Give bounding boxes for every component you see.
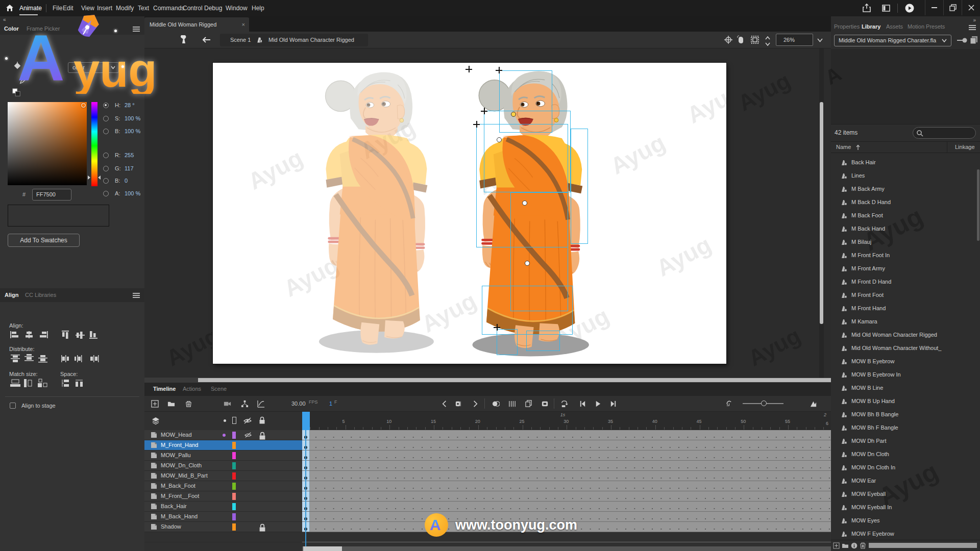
layer-frames-MOW_Mid_B_Part[interactable] bbox=[302, 471, 831, 481]
zoom-level-input[interactable]: 26% bbox=[776, 34, 813, 46]
menu-animate[interactable]: Animate bbox=[19, 5, 42, 12]
collapse-left-icon[interactable]: « bbox=[3, 17, 6, 22]
layer-parenting-icon[interactable] bbox=[239, 398, 250, 409]
rotate-hand-icon[interactable] bbox=[737, 35, 745, 44]
distribute-horizontal-center-icon[interactable] bbox=[75, 354, 86, 363]
menu-control[interactable]: Control bbox=[183, 5, 203, 12]
layer-name[interactable]: M_Front__Foot bbox=[161, 493, 199, 499]
space-vertical-icon[interactable] bbox=[61, 379, 72, 388]
space-horizontal-icon[interactable] bbox=[75, 379, 86, 388]
menu-file[interactable]: File bbox=[53, 5, 62, 12]
layer-color-chip[interactable] bbox=[232, 503, 236, 510]
library-item[interactable]: MOW Dh Part bbox=[831, 435, 980, 448]
clip-content-icon[interactable] bbox=[751, 36, 759, 44]
layer-color-chip[interactable] bbox=[232, 493, 236, 500]
color-panel-menu-icon[interactable] bbox=[133, 27, 140, 32]
layer-row-MOW_Mid_B_Part[interactable]: MOW_Mid_B_Part bbox=[144, 471, 302, 481]
library-item[interactable]: MOW Eyeball bbox=[831, 488, 980, 501]
collapse-right-icon[interactable]: » bbox=[973, 17, 976, 23]
hue-slider[interactable] bbox=[91, 102, 97, 186]
library-item[interactable]: M Front Army bbox=[831, 262, 980, 276]
library-item-name[interactable]: M Back Hand bbox=[851, 226, 885, 232]
layer-color-chip[interactable] bbox=[232, 483, 236, 490]
layer-row-Shadow[interactable]: Shadow bbox=[144, 522, 302, 532]
library-item-name[interactable]: MOW B Up Hand bbox=[851, 398, 895, 404]
layer-row-M_Front__Foot[interactable]: M_Front__Foot bbox=[144, 491, 302, 502]
library-item[interactable]: MOW B Eyebrow bbox=[831, 355, 980, 368]
align-left-icon[interactable] bbox=[10, 330, 21, 339]
radio[interactable] bbox=[103, 166, 109, 171]
layer-frames-MOW_Head[interactable] bbox=[302, 430, 831, 440]
layer-name[interactable]: M_Back_Hand bbox=[161, 513, 198, 519]
radio[interactable] bbox=[103, 153, 109, 158]
outline-column-icon[interactable] bbox=[232, 417, 236, 424]
onion-skin-outline-icon[interactable] bbox=[507, 398, 517, 409]
library-item[interactable]: MOW F Eyebrow bbox=[831, 528, 980, 540]
hue-marker-left[interactable] bbox=[88, 176, 90, 180]
new-library-panel-icon[interactable] bbox=[970, 36, 978, 44]
library-item-name[interactable]: MOW Dh Part bbox=[851, 438, 886, 444]
library-horizontal-scrollbar[interactable] bbox=[869, 543, 977, 548]
next-keyframe-icon[interactable] bbox=[470, 398, 480, 409]
tab-actions[interactable]: Actions bbox=[183, 386, 201, 392]
library-item[interactable]: M Front Foot bbox=[831, 289, 980, 302]
library-item[interactable]: M Back D Hand bbox=[831, 196, 980, 209]
visibility-column-icon[interactable] bbox=[243, 417, 252, 424]
library-panel-menu-icon[interactable] bbox=[969, 25, 976, 30]
add-to-swatches-button[interactable]: Add To Swatches bbox=[8, 234, 80, 247]
menu-modify[interactable]: Modify bbox=[116, 5, 134, 12]
transform-point[interactable] bbox=[465, 66, 472, 72]
layer-color-chip[interactable] bbox=[232, 432, 236, 439]
fill-bucket-icon[interactable] bbox=[12, 61, 22, 70]
tab-assets[interactable]: Assets bbox=[886, 23, 903, 30]
layer-locked-icon[interactable] bbox=[259, 432, 266, 439]
frame-ruler[interactable]: 5101520253035404550551s26 bbox=[302, 412, 831, 430]
distribute-right-icon[interactable] bbox=[88, 354, 100, 363]
library-item-name[interactable]: MOW Eyeball bbox=[851, 491, 886, 497]
lock-column-icon[interactable] bbox=[259, 416, 265, 424]
saturation-brightness-picker[interactable] bbox=[8, 102, 87, 185]
library-item[interactable]: M Back Hand bbox=[831, 222, 980, 236]
layer-frames-M_Back_Hand[interactable] bbox=[302, 512, 831, 522]
insert-keyframe-icon[interactable] bbox=[453, 398, 463, 409]
registration-point[interactable] bbox=[497, 137, 502, 142]
stage[interactable]: Ayug bbox=[213, 63, 726, 364]
align-right-icon[interactable] bbox=[37, 330, 48, 339]
library-item-name[interactable]: M Front Foot In bbox=[851, 252, 890, 258]
layer-locked-icon[interactable] bbox=[259, 523, 266, 531]
distribute-top-icon[interactable] bbox=[10, 354, 21, 363]
transform-point[interactable] bbox=[481, 108, 487, 114]
library-item[interactable]: MOW B Up Hand bbox=[831, 395, 980, 408]
library-item-name[interactable]: MOW B Eyebrow In bbox=[851, 371, 901, 378]
library-item[interactable]: M Bilauj bbox=[831, 236, 980, 249]
tab-library[interactable]: Library bbox=[862, 23, 880, 30]
tab-properties[interactable]: Properties bbox=[834, 23, 860, 30]
default-colors-icon[interactable] bbox=[11, 88, 21, 97]
radio[interactable] bbox=[103, 191, 109, 196]
step-forward-icon[interactable] bbox=[608, 398, 618, 409]
layer-frames-MOW_Pallu[interactable] bbox=[302, 450, 831, 461]
library-item-name[interactable]: MOW Eyeball In bbox=[851, 504, 892, 510]
layer-color-chip[interactable] bbox=[232, 523, 236, 531]
library-item-name[interactable]: MOW Ear bbox=[851, 478, 876, 484]
canvas-area[interactable]: Ayug Ayug Ayug Ayug bbox=[144, 48, 831, 378]
step-back-icon[interactable] bbox=[577, 398, 587, 409]
prev-keyframe-icon[interactable] bbox=[439, 398, 450, 409]
layer-frames-M_Front_Hand[interactable] bbox=[302, 440, 831, 450]
layer-row-Back_Hair[interactable]: Back_Hair bbox=[144, 502, 302, 512]
layer-frames-M_Front__Foot[interactable] bbox=[302, 491, 831, 502]
registration-point[interactable] bbox=[522, 201, 527, 206]
library-item-name[interactable]: Lines bbox=[851, 172, 865, 179]
library-item[interactable]: MOW Eyes bbox=[831, 514, 980, 528]
highlight-column-icon[interactable] bbox=[224, 419, 226, 422]
fps-value[interactable]: 30.00 bbox=[291, 400, 306, 407]
match-both-icon[interactable] bbox=[37, 379, 48, 388]
layer-row-M_Back_Foot[interactable]: M_Back_Foot bbox=[144, 481, 302, 491]
tab-timeline[interactable]: Timeline bbox=[153, 386, 176, 392]
layer-frames-M_Back_Foot[interactable] bbox=[302, 481, 831, 491]
library-item[interactable]: MOW Dn Cloth bbox=[831, 448, 980, 461]
library-item[interactable]: M Front D Hand bbox=[831, 276, 980, 289]
column-name[interactable]: Name bbox=[836, 144, 851, 150]
loop-icon[interactable] bbox=[559, 398, 569, 409]
canvas-horizontal-scrollbar[interactable] bbox=[144, 378, 831, 383]
